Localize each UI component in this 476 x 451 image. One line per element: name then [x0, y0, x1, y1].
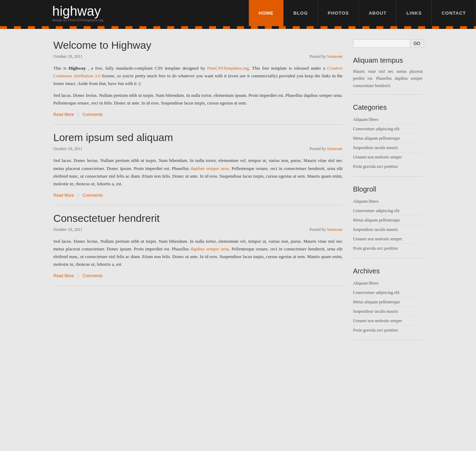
main-content: Welcome to Highway October 10, 2011 Post…: [53, 39, 343, 349]
archive-link-3[interactable]: Metus aliquam pellentesque: [353, 300, 400, 304]
blogroll-widget: Blogroll Aliquam libero Consectetuer adi…: [353, 185, 423, 258]
post-1-separator: |: [78, 112, 78, 117]
post-3-link[interactable]: dapibus semper urna: [191, 246, 229, 251]
post-3-date: October 10, 2011: [53, 227, 82, 232]
list-item: Consectetuer adipiscing elit: [353, 288, 423, 297]
blogroll-link-2[interactable]: Consectetuer adipiscing elit: [353, 208, 399, 213]
post-3: Consectetuer hendrerit October 10, 2011 …: [53, 212, 343, 286]
cc-license-link[interactable]: Creative Commons Attribution 3.0: [53, 65, 343, 78]
blogroll-list: Aliquam libero Consectetuer adipiscing e…: [353, 197, 423, 253]
header: highway design by FreeCSSTemplates.org H…: [0, 0, 476, 26]
sidebar: GO Aliquam tempus Mauris vitae nisl nec …: [353, 39, 423, 349]
post-3-separator: |: [78, 273, 78, 278]
post-2: Lorem ipsum sed aliquam October 10, 2011…: [53, 132, 343, 205]
categories-list: Aliquam libero Consectetuer adipiscing e…: [353, 115, 423, 171]
list-item: Proin gravida orci porttitor: [353, 326, 423, 335]
search-button[interactable]: GO: [410, 39, 424, 48]
categories-title: Categories: [353, 103, 423, 111]
post-1-body1: This is Highway , a free, fully standard…: [53, 64, 343, 87]
nav-blog[interactable]: BLOG: [284, 0, 318, 26]
post-1-title: Welcome to Highway: [53, 39, 343, 51]
list-item: Consectetuer adipiscing elit: [353, 124, 423, 134]
blogroll-link-1[interactable]: Aliquam libero: [353, 199, 378, 204]
nav-links[interactable]: LINKS: [397, 0, 432, 26]
post-3-title: Consectetuer hendrerit: [53, 212, 343, 224]
blogroll-link-6[interactable]: Proin gravida orci porttitor: [353, 246, 398, 251]
blogroll-link-5[interactable]: Urnanet non molestie semper: [353, 236, 402, 241]
post-2-comments[interactable]: Comments: [83, 193, 103, 198]
post-1-author-link[interactable]: Someone: [327, 54, 343, 59]
post-3-comments[interactable]: Comments: [83, 273, 103, 278]
post-2-separator: |: [78, 193, 78, 198]
archives-widget: Archives Aliquam libero Consectetuer adi…: [353, 267, 423, 340]
post-2-link[interactable]: dapibus semper urna: [191, 166, 229, 171]
archive-link-5[interactable]: Urnanet non molestie semper: [353, 318, 402, 323]
list-item: Consectetuer adipiscing elit: [353, 206, 423, 216]
main-nav: HOME BLOG PHOTOS ABOUT LINKS CONTACT: [249, 0, 476, 26]
site-logo[interactable]: highway design by FreeCSSTemplates.org: [52, 5, 103, 22]
post-3-body1: Sed lacus. Donec lectus. Nullam pretium …: [53, 238, 343, 268]
category-link-6[interactable]: Proin gravida orci porttitor: [353, 164, 398, 169]
category-link-2[interactable]: Consectetuer adipiscing elit: [353, 126, 399, 131]
nav-photos[interactable]: PHOTOS: [318, 0, 359, 26]
search-input[interactable]: [353, 39, 410, 48]
list-item: Urnanet non molestie semper: [353, 234, 423, 244]
site-subtitle: design by FreeCSSTemplates.org: [52, 18, 103, 22]
about-title: Aliquam tempus: [353, 56, 423, 64]
site-title: highway: [52, 5, 103, 18]
post-1-comments[interactable]: Comments: [83, 112, 103, 117]
nav-home[interactable]: HOME: [249, 0, 284, 26]
list-item: Proin gravida orci porttitor: [353, 162, 423, 171]
post-2-title: Lorem ipsum sed aliquam: [53, 132, 343, 143]
post-1-footer: Read More | Comments: [53, 112, 343, 117]
list-item: Suspendisse iaculis mauris: [353, 307, 423, 316]
freecss-link[interactable]: FreeCSSTemplates.org: [207, 65, 249, 71]
list-item: Suspendisse iaculis mauris: [353, 225, 423, 234]
list-item: Urnanet non molestie semper: [353, 316, 423, 326]
decorative-stripe: [0, 26, 476, 29]
category-link-3[interactable]: Metus aliquam pellentesque: [353, 136, 400, 141]
list-item: Aliquam libero: [353, 115, 423, 124]
blogroll-link-3[interactable]: Metus aliquam pellentesque: [353, 218, 400, 223]
post-2-meta: October 10, 2011 Posted by Someone: [53, 146, 343, 151]
archives-title: Archives: [353, 267, 423, 275]
list-item: Urnanet non molestie semper: [353, 153, 423, 162]
post-2-read-more[interactable]: Read More: [53, 193, 74, 198]
post-1-body2: Sed lacus. Donec lectus. Nullam pretium …: [53, 92, 343, 107]
category-link-4[interactable]: Suspendisse iaculis mauris: [353, 145, 398, 150]
post-2-date: October 10, 2011: [53, 146, 82, 151]
post-2-author-label: Posted by Someone: [309, 146, 343, 151]
post-1-author-label: Posted by Someone: [309, 54, 343, 59]
nav-about[interactable]: ABOUT: [359, 0, 397, 26]
post-3-author-link[interactable]: Someone: [327, 227, 343, 232]
post-3-read-more[interactable]: Read More: [53, 273, 74, 278]
list-item: Aliquam libero: [353, 197, 423, 206]
post-3-author-label: Posted by Someone: [309, 227, 343, 232]
post-1-meta: October 10, 2011 Posted by Someone: [53, 54, 343, 59]
about-widget: Aliquam tempus Mauris vitae nisl nec met…: [353, 56, 423, 95]
blogroll-link-4[interactable]: Suspendisse iaculis mauris: [353, 227, 398, 232]
about-text: Mauris vitae nisl nec metus placerat per…: [353, 68, 423, 89]
archive-link-2[interactable]: Consectetuer adipiscing elit: [353, 290, 399, 295]
nav-contact[interactable]: CONTACT: [432, 0, 476, 26]
category-link-1[interactable]: Aliquam libero: [353, 117, 378, 122]
archive-link-6[interactable]: Proin gravida orci porttitor: [353, 328, 398, 333]
page-wrapper: Welcome to Highway October 10, 2011 Post…: [46, 29, 430, 359]
search-widget: GO: [353, 39, 423, 48]
post-2-author-link[interactable]: Someone: [327, 146, 343, 151]
post-3-footer: Read More | Comments: [53, 273, 343, 279]
list-item: Metus aliquam pellentesque: [353, 297, 423, 307]
list-item: Proin gravida orci porttitor: [353, 244, 423, 253]
post-2-body1: Sed lacus. Donec lectus. Nullam pretium …: [53, 157, 343, 187]
archives-list: Aliquam libero Consectetuer adipiscing e…: [353, 279, 423, 335]
post-1-date: October 10, 2011: [53, 54, 82, 59]
post-2-footer: Read More | Comments: [53, 193, 343, 198]
archive-link-1[interactable]: Aliquam libero: [353, 281, 378, 286]
post-1: Welcome to Highway October 10, 2011 Post…: [53, 39, 343, 125]
list-item: Metus aliquam pellentesque: [353, 134, 423, 143]
post-1-read-more[interactable]: Read More: [53, 112, 74, 117]
category-link-5[interactable]: Urnanet non molestie semper: [353, 155, 402, 160]
list-item: Metus aliquam pellentesque: [353, 216, 423, 225]
archive-link-4[interactable]: Suspendisse iaculis mauris: [353, 309, 398, 314]
list-item: Aliquam libero: [353, 279, 423, 288]
